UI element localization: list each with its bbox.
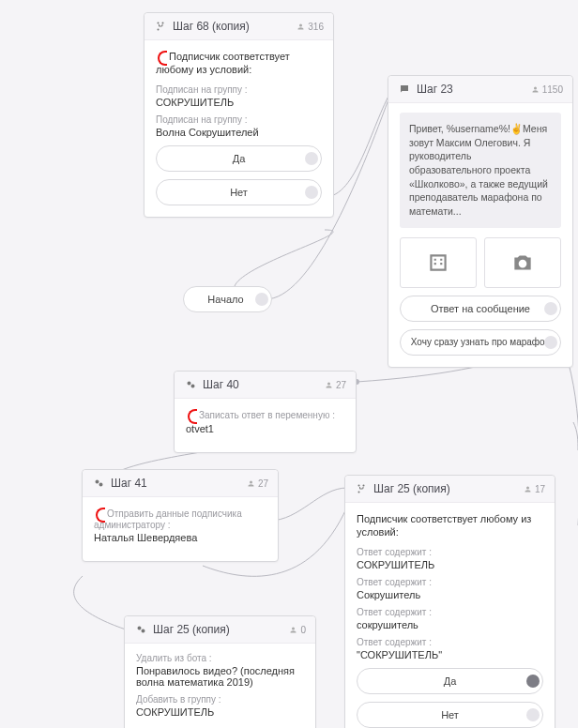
- connector-handle[interactable]: [544, 302, 557, 315]
- start-node[interactable]: Начало: [183, 286, 272, 312]
- node-title: Шаг 40: [203, 378, 325, 391]
- connector-handle[interactable]: [255, 293, 268, 306]
- reply-button[interactable]: Ответ на сообщение: [400, 296, 561, 322]
- node-stat: 27: [247, 478, 268, 489]
- red-annotation-icon: [156, 50, 167, 63]
- red-annotation-icon: [186, 408, 197, 421]
- gears-icon: [92, 477, 105, 490]
- node-stat: 27: [325, 380, 346, 390]
- gears-icon: [184, 378, 197, 391]
- action-item: Отправить данные подписчика администрато…: [94, 507, 266, 543]
- node-header: Шаг 25 (копия) 0: [125, 616, 315, 644]
- condition-item: Ответ содержит : СОКРУШИТЕЛЬ: [357, 547, 543, 570]
- message-preview: Привет, %username%!✌Меня зовут Максим Ол…: [400, 113, 561, 228]
- connector-handle[interactable]: [526, 675, 540, 688]
- yes-button[interactable]: Да: [357, 668, 543, 694]
- node-step-40[interactable]: Шаг 40 27 Записать ответ в переменную : …: [174, 371, 357, 453]
- action-item: Записать ответ в переменную : otvet1: [186, 408, 344, 434]
- node-step-25-right[interactable]: Шаг 25 (копия) 17 Подписчик соответствуе…: [344, 475, 555, 728]
- node-header: Шаг 41 27: [83, 470, 278, 497]
- node-stat: 17: [524, 484, 545, 494]
- photo-attachment[interactable]: [484, 237, 561, 288]
- condition-item: Ответ содержит : сокрушитель: [357, 607, 543, 630]
- action-item: Добавить в группу : СОКРУШИТЕЛЬ: [136, 694, 304, 718]
- connector-handle[interactable]: [526, 708, 540, 721]
- condition-heading: Подписчик соответствует любому из услови…: [156, 50, 322, 77]
- node-header: Шаг 68 (копия) 316: [144, 13, 333, 40]
- condition-item: Ответ содержит : "СОКРУШИТЕЛЬ": [357, 637, 543, 660]
- gears-icon: [134, 623, 147, 636]
- node-title: Шаг 68 (копия): [173, 20, 297, 33]
- video-attachment[interactable]: [400, 237, 477, 288]
- condition-heading: Подписчик соответствует любому из услови…: [357, 512, 543, 539]
- node-title: Шаг 25 (копия): [153, 623, 289, 636]
- node-title: Шаг 23: [417, 83, 531, 96]
- connector-handle[interactable]: [305, 152, 318, 165]
- node-stat: 316: [297, 22, 324, 32]
- node-step-68[interactable]: Шаг 68 (копия) 316 Подписчик соответству…: [144, 12, 334, 218]
- red-annotation-icon: [94, 507, 105, 520]
- node-header: Шаг 40 27: [175, 372, 356, 399]
- condition-item: Ответ содержит : Сокрушитель: [357, 577, 543, 600]
- no-button[interactable]: Нет: [357, 702, 543, 728]
- condition-item: Подписан на группу : Волна Сокрушителей: [156, 114, 322, 138]
- start-label: Начало: [207, 294, 243, 305]
- connector-handle[interactable]: [544, 336, 557, 349]
- action-item: Удалить из бота : Понравилось видео? (по…: [136, 653, 304, 688]
- node-header: Шаг 23 1150: [388, 76, 572, 103]
- no-button[interactable]: Нет: [156, 179, 322, 205]
- node-step-41[interactable]: Шаг 41 27 Отправить данные подписчика ад…: [82, 469, 279, 562]
- node-title: Шаг 25 (копия): [373, 482, 524, 495]
- yes-button[interactable]: Да: [156, 145, 322, 172]
- node-stat: 0: [289, 625, 306, 635]
- connector-handle[interactable]: [305, 186, 318, 199]
- message-icon: [398, 83, 411, 96]
- condition-item: Подписан на группу : СОКРУШИТЕЛЬ: [156, 84, 322, 108]
- marathon-button[interactable]: Хочу сразу узнать про марафон: [400, 329, 561, 356]
- node-step-25-left[interactable]: Шаг 25 (копия) 0 Удалить из бота : Понра…: [124, 615, 316, 728]
- branch-icon: [355, 482, 368, 495]
- node-step-23[interactable]: Шаг 23 1150 Привет, %username%!✌Меня зов…: [388, 75, 573, 368]
- branch-icon: [154, 20, 167, 33]
- node-header: Шаг 25 (копия) 17: [345, 476, 555, 503]
- node-title: Шаг 41: [111, 477, 247, 490]
- node-stat: 1150: [531, 84, 563, 95]
